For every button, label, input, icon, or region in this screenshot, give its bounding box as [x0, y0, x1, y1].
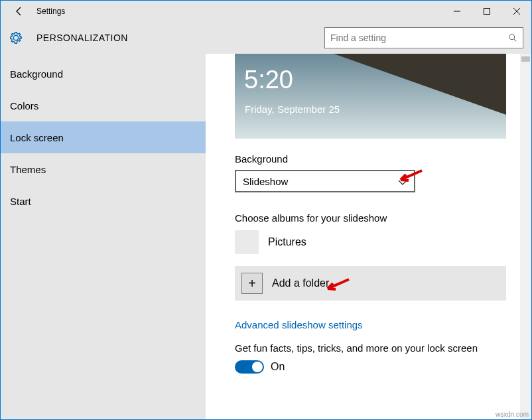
watermark: wsxdn.com: [496, 411, 529, 418]
search-icon: [508, 33, 517, 42]
sidebar: Background Colors Lock screen Themes Sta…: [1, 54, 206, 420]
background-label: Background: [235, 153, 502, 165]
svg-point-4: [509, 35, 515, 40]
preview-image-mountain: [334, 54, 506, 115]
scrollbar-thumb[interactable]: [521, 56, 530, 62]
funfacts-label: Get fun facts, tips, tricks, and more on…: [235, 342, 502, 354]
plus-icon: +: [241, 273, 263, 294]
search-input[interactable]: [330, 33, 508, 43]
window-controls: [442, 1, 531, 22]
content: 5:20 Friday, September 25 Background Sli…: [206, 54, 531, 420]
sidebar-item-colors[interactable]: Colors: [1, 90, 206, 121]
maximize-button[interactable]: [472, 1, 501, 22]
titlebar: Settings: [1, 1, 531, 22]
window-title: Settings: [36, 7, 65, 16]
background-dropdown[interactable]: Slideshow: [235, 170, 415, 192]
sidebar-item-lockscreen[interactable]: Lock screen: [1, 121, 206, 153]
sidebar-item-themes[interactable]: Themes: [1, 153, 206, 185]
sidebar-item-label: Colors: [10, 100, 38, 111]
sidebar-item-start[interactable]: Start: [1, 185, 206, 217]
chevron-down-icon: [398, 176, 407, 187]
add-folder-button[interactable]: + Add a folder: [235, 266, 506, 301]
sidebar-item-label: Start: [10, 196, 31, 207]
funfacts-toggle-row: On: [235, 360, 502, 374]
sidebar-item-label: Background: [10, 68, 63, 80]
dropdown-value: Slideshow: [243, 176, 288, 187]
funfacts-toggle[interactable]: [235, 360, 264, 374]
toggle-state-label: On: [271, 361, 285, 373]
annotation-arrow: [206, 372, 207, 388]
scrollbar[interactable]: [520, 54, 531, 420]
svg-rect-1: [484, 9, 490, 15]
albums-label: Choose albums for your slideshow: [235, 212, 502, 224]
header: PERSONALIZATION: [1, 22, 531, 54]
album-thumbnail: [235, 230, 259, 254]
gear-icon: [9, 31, 23, 45]
album-name: Pictures: [268, 236, 306, 248]
advanced-settings-link[interactable]: Advanced slideshow settings: [235, 319, 502, 330]
toggle-knob: [252, 362, 263, 372]
lockscreen-preview: 5:20 Friday, September 25: [235, 54, 506, 139]
sidebar-item-background[interactable]: Background: [1, 58, 206, 90]
search-input-wrap[interactable]: [324, 27, 523, 48]
svg-line-5: [514, 39, 517, 42]
sidebar-item-label: Lock screen: [10, 132, 64, 143]
close-button[interactable]: [501, 1, 531, 22]
add-folder-label: Add a folder: [272, 277, 329, 289]
preview-time: 5:20: [244, 66, 293, 94]
page-title: PERSONALIZATION: [36, 33, 128, 43]
search-container: [324, 27, 523, 48]
sidebar-item-label: Themes: [10, 164, 46, 175]
album-item[interactable]: Pictures: [235, 230, 502, 254]
back-button[interactable]: [7, 1, 31, 22]
preview-date: Friday, September 25: [245, 104, 340, 115]
minimize-button[interactable]: [442, 1, 472, 22]
